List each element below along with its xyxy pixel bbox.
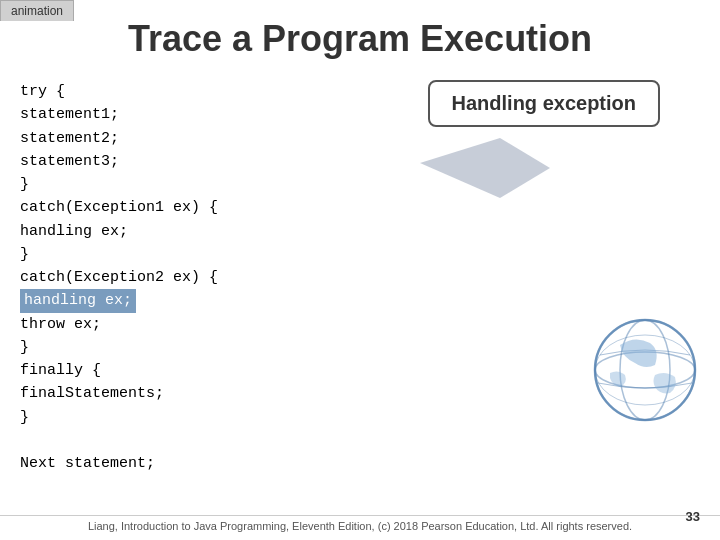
page-title: Trace a Program Execution bbox=[0, 18, 720, 60]
animation-tab-label: animation bbox=[11, 4, 63, 18]
code-block: try { statement1; statement2; statement3… bbox=[20, 80, 690, 475]
animation-tab: animation bbox=[0, 0, 74, 21]
content-area: try { statement1; statement2; statement3… bbox=[0, 70, 720, 475]
code-line bbox=[20, 429, 690, 452]
svg-marker-0 bbox=[420, 138, 550, 198]
code-line: finally { bbox=[20, 359, 690, 382]
code-line: statement2; bbox=[20, 127, 690, 150]
code-line: catch(Exception1 ex) { bbox=[20, 196, 690, 219]
code-line: handling ex; bbox=[20, 289, 690, 312]
code-line: } bbox=[20, 406, 690, 429]
code-line: } bbox=[20, 173, 690, 196]
footer: Liang, Introduction to Java Programming,… bbox=[0, 515, 720, 532]
code-line: Next statement; bbox=[20, 452, 690, 475]
footer-text: Liang, Introduction to Java Programming,… bbox=[88, 520, 632, 532]
code-line: throw ex; bbox=[20, 313, 690, 336]
code-line: } bbox=[20, 243, 690, 266]
code-line: catch(Exception2 ex) { bbox=[20, 266, 690, 289]
code-line: finalStatements; bbox=[20, 382, 690, 405]
code-line: handling ex; bbox=[20, 220, 690, 243]
code-line: statement3; bbox=[20, 150, 690, 173]
handling-exception-box: Handling exception bbox=[428, 80, 660, 127]
callout-label: Handling exception bbox=[452, 92, 636, 114]
page-number: 33 bbox=[686, 509, 700, 524]
code-line: } bbox=[20, 336, 690, 359]
arrow-icon bbox=[420, 138, 550, 198]
